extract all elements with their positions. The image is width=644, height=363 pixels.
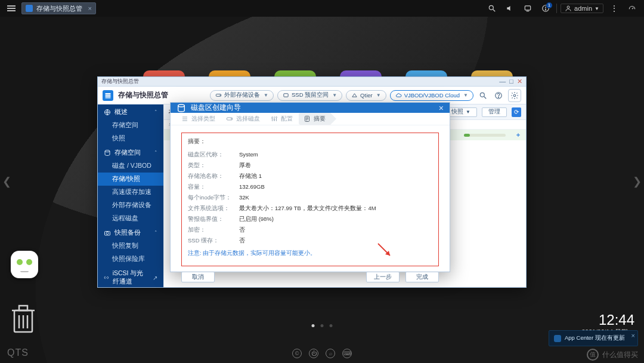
close-icon[interactable]: ×: [88, 5, 92, 12]
recycle-bin-icon[interactable]: [11, 303, 36, 334]
sidebar-item-cache-accel[interactable]: 高速缓存加速: [98, 186, 163, 199]
user-menu[interactable]: admin ▼: [561, 4, 603, 13]
summary-row-encryption: 加密：否: [188, 224, 432, 235]
help-icon[interactable]: [493, 90, 504, 101]
globe-icon: [104, 109, 111, 116]
finish-button[interactable]: 完成: [405, 272, 439, 282]
app-title: 存储与快照总管: [118, 90, 168, 100]
sidebar-group-overview[interactable]: 概述˄: [98, 104, 163, 119]
update-toast[interactable]: App Center 现在有更新 ×: [549, 330, 638, 346]
summary-heading: 摘要：: [188, 138, 432, 146]
usage-bar: [464, 134, 506, 137]
watermark: 值 什么值得买: [587, 349, 638, 361]
svg-rect-44: [19, 306, 27, 310]
cancel-button[interactable]: 取消: [181, 272, 215, 282]
sidebar-item-external-storage[interactable]: 外部存储设备: [98, 199, 163, 212]
svg-point-21: [105, 150, 110, 152]
desktop-next-icon[interactable]: ❯: [633, 175, 642, 188]
svg-point-0: [489, 5, 493, 10]
expand-icon[interactable]: ＋: [515, 131, 521, 139]
desktop-root: 存储与快照总管 × 1 admin ▼ ⋮: [0, 0, 644, 363]
doc-icon: [304, 115, 311, 122]
sidebar-item-remote-disk[interactable]: 远程磁盘: [98, 212, 163, 225]
assistant-robot-icon[interactable]: [11, 251, 38, 278]
wizard-titlebar[interactable]: 磁盘区创建向导 ×: [171, 103, 450, 113]
maximize-icon[interactable]: □: [509, 78, 513, 85]
app-logo-icon: [103, 90, 113, 101]
dashboard-icon[interactable]: [625, 1, 639, 16]
step-summary[interactable]: 摘要: [299, 113, 330, 125]
pill-ssd-overprovision[interactable]: SSD 预留空间▼: [277, 90, 342, 101]
sidebar-item-snapshot-vault[interactable]: 快照保险库: [98, 253, 163, 266]
prev-button[interactable]: 上一步: [366, 272, 400, 282]
pill-qtier[interactable]: Qtier▼: [346, 90, 386, 101]
desktop-pager[interactable]: [312, 324, 333, 327]
sidebar-group-iscsi[interactable]: iSCSI 与光纤通道 ↗: [98, 266, 163, 287]
power-icon[interactable]: ⏻: [309, 349, 318, 358]
svg-point-23: [106, 232, 109, 235]
disk-icon: [177, 103, 186, 113]
sidebar-item-snapshot[interactable]: 快照: [98, 132, 163, 145]
summary-row-inode: 每个inode字节：32K: [188, 192, 432, 203]
search-icon[interactable]: [477, 90, 489, 101]
sidebar-item-snapshot-replica[interactable]: 快照复制: [98, 239, 163, 253]
svg-rect-2: [525, 6, 530, 10]
svg-point-34: [274, 119, 275, 121]
notification-badge: 1: [546, 2, 552, 8]
step-select-type[interactable]: 选择类型: [177, 113, 220, 125]
menu-icon[interactable]: [5, 3, 18, 14]
sidebar-group-snapshot-backup[interactable]: 快照备份˄: [98, 225, 163, 239]
svg-point-24: [178, 104, 185, 107]
close-icon[interactable]: ✕: [517, 78, 522, 85]
search-icon[interactable]: [485, 1, 499, 16]
user-icon: [565, 5, 572, 12]
notification-icon[interactable]: 1: [538, 1, 553, 16]
summary-row-filesystem: 文件系统选项：最大卷大小：127.99 TB，最大文件/文件夹数量：4M: [188, 203, 432, 214]
window-tab-title: 存储与快照总管: [101, 78, 139, 85]
more-icon[interactable]: ⋮: [607, 1, 621, 16]
svg-point-18: [499, 97, 499, 97]
taskbar-app-button[interactable]: 存储与快照总管 ×: [21, 2, 96, 14]
volume-icon[interactable]: [503, 1, 517, 16]
summary-row-pool: 存储池名称：存储池 1: [188, 171, 432, 182]
pill-external-storage[interactable]: 外部存储设备▼: [210, 90, 274, 101]
system-topbar: 存储与快照总管 × 1 admin ▼ ⋮: [0, 0, 644, 17]
sidebar-group-storage[interactable]: 存储空间˄: [98, 145, 163, 159]
app-icon: [26, 5, 33, 12]
svg-point-35: [276, 117, 277, 118]
svg-line-1: [493, 10, 496, 12]
ssd-icon: [283, 92, 289, 99]
sidebar-item-storage-snapshot[interactable]: 存储/快照: [98, 173, 163, 186]
keyboard-icon[interactable]: ⌨: [342, 349, 352, 358]
svg-point-6: [546, 10, 546, 10]
step-select-disk[interactable]: 选择磁盘: [221, 113, 265, 125]
close-icon[interactable]: ×: [631, 332, 635, 339]
step-configure[interactable]: 配置: [266, 113, 298, 125]
copyright-icon[interactable]: ©: [292, 349, 302, 358]
close-icon[interactable]: ×: [439, 103, 444, 113]
wizard-footer: 取消 上一步 完成: [171, 271, 450, 282]
settings-icon[interactable]: [508, 89, 521, 102]
camera-icon: [104, 229, 111, 236]
wizard-body: 摘要： 磁盘区代称：System 类型：厚卷 存储池名称：存储池 1 容量：13…: [171, 125, 450, 271]
sidebar-item-storage-space[interactable]: 存储空间: [98, 119, 163, 132]
os-label: QTS: [7, 347, 29, 358]
watermark-logo-icon: 值: [587, 349, 599, 361]
summary-note: 注意: 由于存储元数据，实际可用容量可能更小。: [188, 250, 432, 257]
taskbar-app-label: 存储与快照总管: [36, 4, 82, 13]
sidebar-item-disk-vjbod[interactable]: 磁盘 / VJBOD: [98, 159, 163, 173]
devices-icon[interactable]: [521, 1, 535, 16]
pill-vjbod[interactable]: VJBOD/VJBOD Cloud▼: [390, 90, 473, 101]
manage-button[interactable]: 管理: [482, 107, 507, 117]
sidebar: 概述˄ 存储空间 快照 存储空间˄ 磁盘 / VJBOD 存储/快照 高速缓存加…: [98, 104, 163, 287]
toast-text: App Center 现在有更新: [565, 334, 625, 342]
svg-rect-9: [106, 93, 111, 95]
svg-line-8: [632, 8, 633, 9]
display-icon[interactable]: ⌕: [326, 349, 335, 358]
desktop-prev-icon[interactable]: ❮: [2, 175, 11, 188]
refresh-icon[interactable]: ⟳: [512, 107, 521, 117]
minimize-icon[interactable]: —: [499, 78, 506, 85]
window-titlebar[interactable]: 存储与快照总管 — □ ✕: [98, 77, 526, 87]
summary-frame-annotation: 摘要： 磁盘区代称：System 类型：厚卷 存储池名称：存储池 1 容量：13…: [181, 133, 439, 266]
link-icon: [104, 274, 109, 281]
